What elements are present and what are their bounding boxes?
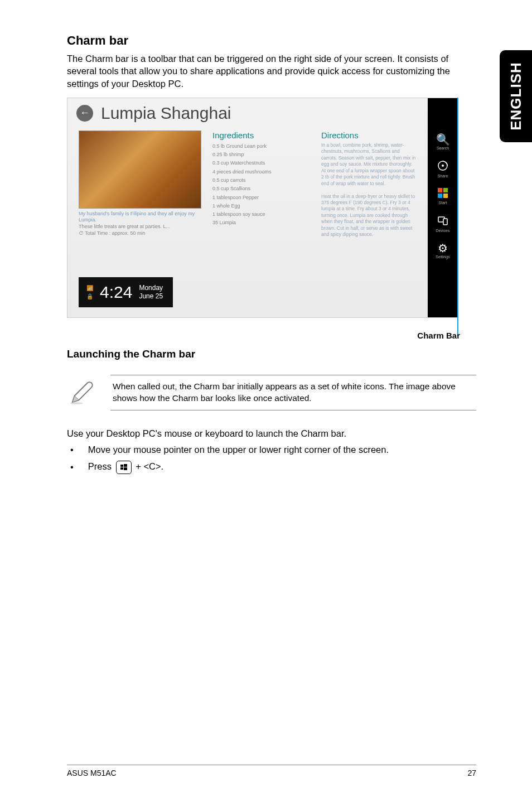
windows-key-icon xyxy=(116,461,132,474)
charm-label: Devices xyxy=(428,229,458,233)
instruction-text: Use your Desktop PC's mouse or keyboard … xyxy=(67,428,476,439)
charm-settings[interactable]: ⚙Settings xyxy=(428,243,458,259)
ingredient-item: 0.5 lb Ground Lean pork xyxy=(212,142,310,151)
start-icon xyxy=(428,188,458,200)
section-heading: Charm bar xyxy=(67,33,476,48)
directions-heading: Directions xyxy=(321,131,416,140)
callout-label: Charm Bar xyxy=(315,331,460,340)
note-box: When called out, the Charm bar initially… xyxy=(67,375,476,410)
ingredient-item: 1 tablespoon soy sauce xyxy=(212,210,310,219)
recipe-photo xyxy=(79,131,201,209)
charm-devices[interactable]: Devices xyxy=(428,215,458,233)
ingredient-item: 35 Lumpia xyxy=(212,219,310,227)
footer-page-number: 27 xyxy=(467,769,476,777)
bullet-keyboard: Press + <C>. xyxy=(67,461,476,474)
charm-start[interactable]: Start xyxy=(428,188,458,205)
svg-rect-8 xyxy=(124,467,127,470)
directions-text: In a bowl, combine pork, shrimp, water-c… xyxy=(321,142,416,238)
page-footer: ASUS M51AC 27 xyxy=(67,765,476,777)
language-tab-label: ENGLISH xyxy=(507,62,525,131)
ingredient-item: 1 whole Egg xyxy=(212,202,310,210)
svg-point-4 xyxy=(70,402,83,404)
ingredient-item: 0.25 lb shrimp xyxy=(212,151,310,159)
back-icon[interactable]: ← xyxy=(76,105,93,122)
devices-icon xyxy=(428,215,458,228)
clock-card: 📶🔒 4:24 Monday June 25 xyxy=(79,277,173,307)
svg-rect-3 xyxy=(443,219,447,225)
intro-paragraph: The Charm bar is a toolbar that can be t… xyxy=(67,52,476,90)
charm-label: Search xyxy=(428,146,458,150)
charm-label: Share xyxy=(428,174,458,178)
clock-date: June 25 xyxy=(139,292,163,300)
ingredients-list: 0.5 lb Ground Lean pork0.25 lb shrimp0.3… xyxy=(212,142,310,228)
settings-icon: ⚙ xyxy=(428,243,458,254)
charm-label: Settings xyxy=(428,255,458,259)
clock-time: 4:24 xyxy=(100,283,132,302)
ingredient-item: 0.5 cup Scallions xyxy=(212,185,310,193)
charm-label: Start xyxy=(428,201,458,205)
charm-bar-screenshot: ← Lumpia Shanghai My husband's family is… xyxy=(67,98,458,318)
charm-bar: 🔍SearchShareStartDevices⚙Settings xyxy=(428,98,458,317)
charm-search[interactable]: 🔍Search xyxy=(428,134,458,150)
ingredient-item: 0.5 cup carrots xyxy=(212,176,310,185)
network-icons: 📶🔒 xyxy=(86,285,93,299)
svg-point-1 xyxy=(442,165,444,167)
bullet-mouse: Move your mouse pointer on the upper or … xyxy=(67,445,476,455)
note-text: When called out, the Charm bar initially… xyxy=(110,375,476,410)
svg-rect-7 xyxy=(120,467,123,470)
charm-share[interactable]: Share xyxy=(428,160,458,178)
recipe-caption: My husband's family is Filipino and they… xyxy=(79,209,201,237)
ingredient-item: 4 pieces dried mushrooms xyxy=(212,168,310,176)
clock-weekday: Monday xyxy=(139,284,163,292)
ingredient-item: 1 tablespoon Pepper xyxy=(212,194,310,202)
language-tab: ENGLISH xyxy=(500,50,532,142)
search-icon: 🔍 xyxy=(428,134,458,145)
callout-line xyxy=(457,98,458,336)
share-icon xyxy=(428,160,458,173)
footer-model: ASUS M51AC xyxy=(67,769,117,777)
recipe-title: Lumpia Shanghai xyxy=(101,104,231,123)
svg-rect-6 xyxy=(124,464,127,467)
subsection-heading: Launching the Charm bar xyxy=(67,348,476,360)
ingredient-item: 0.3 cup Waterchestnuts xyxy=(212,159,310,167)
ingredients-heading: Ingredients xyxy=(212,131,310,140)
pencil-icon xyxy=(67,378,97,408)
svg-rect-5 xyxy=(120,465,123,467)
